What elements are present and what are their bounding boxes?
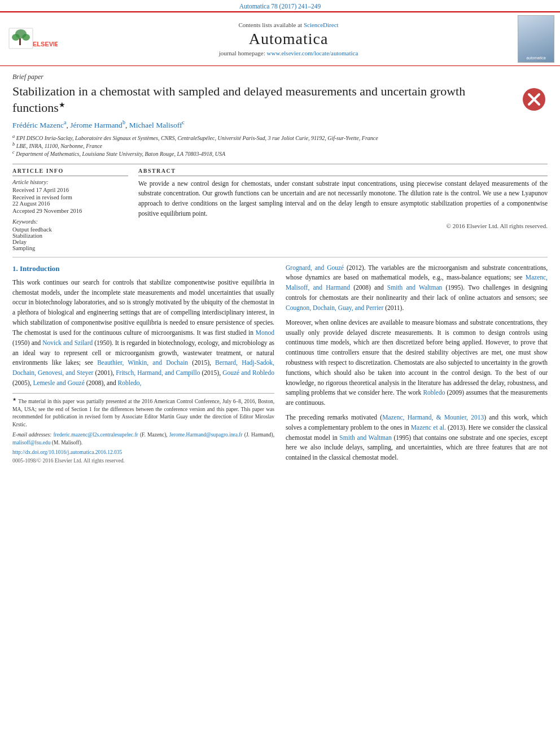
doi-line: http://dx.doi.org/10.1016/j.automatica.2… <box>12 449 274 457</box>
abstract-text: We provide a new control design for chem… <box>138 179 548 219</box>
crossmark-logo <box>520 86 548 113</box>
thumb-label: automatica <box>526 56 545 60</box>
author-2: Jérome Harmand <box>70 121 123 129</box>
footnote-star-text: ★ The material in this paper was partial… <box>12 396 274 429</box>
homepage-line: journal homepage: www.elsevier.com/locat… <box>65 50 512 56</box>
left-column: 1. Introduction This work continues our … <box>12 263 274 468</box>
contents-line: Contents lists available at ScienceDirec… <box>65 21 512 28</box>
keyword-3: Delay <box>12 239 128 245</box>
header-divider <box>12 164 548 164</box>
history-label: Article history: <box>12 179 128 185</box>
crossmark-svg <box>522 87 546 112</box>
keyword-4: Sampling <box>12 245 128 251</box>
affil-b: b LBE, INRA, 11100, Narbonne, France <box>12 142 548 149</box>
article-info-header: ARTICLE INFO <box>12 168 128 174</box>
elsevier-logo: ELSEVIER <box>6 24 59 55</box>
svg-point-3 <box>22 34 30 41</box>
authors-section: Frédéric Mazenca, Jérome Harmandb, Micha… <box>0 118 560 131</box>
info-divider <box>12 176 128 176</box>
article-info-col: ARTICLE INFO Article history: Received 1… <box>12 168 128 251</box>
revised-date: Received in revised form22 August 2016 <box>12 194 128 207</box>
right-para1: Grognard, and Gouzé (2012). The variable… <box>286 263 548 313</box>
received-date: Received 17 April 2016 <box>12 187 128 193</box>
email-line: E-mail addresses: frederic.mazenc@l2s.ce… <box>12 431 274 447</box>
abstract-header: ABSTRACT <box>138 168 548 174</box>
affiliations: a EPI DISCO Inria-Saclay, Laboratoire de… <box>0 133 560 159</box>
keywords-label: Keywords: <box>12 219 128 225</box>
intro-para1: This work continues our search for contr… <box>12 278 274 388</box>
article-type: Brief paper <box>0 66 560 82</box>
intro-title: 1. Introduction <box>12 263 274 274</box>
author-3: Michael Malisoff <box>129 121 182 129</box>
right-para3: The preceding remarks motivated (Mazenc,… <box>286 413 548 463</box>
info-abstract-section: ARTICLE INFO Article history: Received 1… <box>0 168 560 251</box>
svg-rect-4 <box>19 38 21 45</box>
issn-line: 0005-1098/© 2016 Elsevier Ltd. All right… <box>12 457 274 465</box>
accepted-date: Accepted 29 November 2016 <box>12 208 128 214</box>
footnote-section: ★ The material in this paper was partial… <box>12 393 274 465</box>
keyword-2: Stabilization <box>12 233 128 239</box>
author-1: Frédéric Mazenc <box>12 121 64 129</box>
article-title-section: Stabilization in a chemostat with sample… <box>0 82 560 118</box>
citation-text: Automatica 78 (2017) 241–249 <box>239 3 321 10</box>
affil-a: a EPI DISCO Inria-Saclay, Laboratoire de… <box>12 134 548 141</box>
abstract-divider <box>138 176 548 176</box>
homepage-url[interactable]: www.elsevier.com/locate/automatica <box>267 50 358 56</box>
affil-c: c Department of Mathematics, Louisiana S… <box>12 150 548 157</box>
main-divider <box>12 257 548 257</box>
journal-header: ELSEVIER Contents lists available at Sci… <box>0 11 560 66</box>
journal-center: Contents lists available at ScienceDirec… <box>65 21 512 56</box>
elsevier-logo-svg: ELSEVIER <box>8 24 58 55</box>
top-citation-bar: Automatica 78 (2017) 241–249 <box>0 0 560 11</box>
journal-title-display: Automatica <box>65 29 512 49</box>
right-para2: Moreover, when online devices are availa… <box>286 318 548 408</box>
abstract-col: ABSTRACT We provide a new control design… <box>138 168 548 251</box>
svg-point-2 <box>12 34 20 41</box>
abstract-copyright: © 2016 Elsevier Ltd. All rights reserved… <box>138 222 548 229</box>
svg-text:ELSEVIER: ELSEVIER <box>33 41 58 47</box>
main-content: 1. Introduction This work continues our … <box>0 263 560 468</box>
right-column: Grognard, and Gouzé (2012). The variable… <box>286 263 548 468</box>
sciencedirect-link[interactable]: ScienceDirect <box>304 21 339 28</box>
keyword-1: Output feedback <box>12 226 128 233</box>
article-title: Stabilization in a chemostat with sample… <box>12 84 481 116</box>
journal-thumbnail: automatica <box>518 15 554 63</box>
